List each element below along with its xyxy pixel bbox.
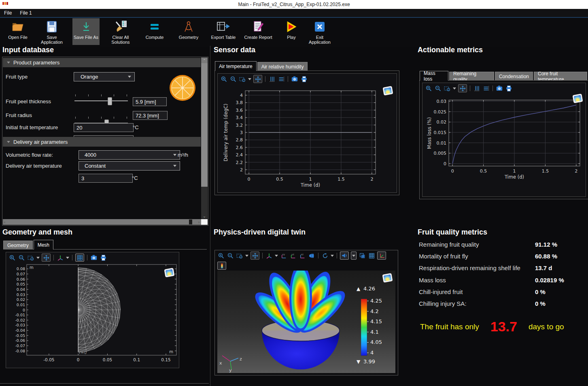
zoom-extents-icon[interactable] (250, 252, 259, 260)
volumetric-flow-rate-select[interactable]: 4000 (79, 150, 180, 160)
tab-air-temperature[interactable]: Air temperature (215, 61, 257, 71)
zoom-extents-icon[interactable] (42, 254, 51, 262)
svg-text:-0.05: -0.05 (43, 357, 54, 362)
x-axis-grid-icon[interactable] (482, 85, 490, 92)
scene-light-icon[interactable] (340, 252, 349, 260)
actionable-metrics-tabs: Mass loss Remaining quality Condensation… (420, 71, 588, 81)
chevron-down-icon[interactable] (66, 257, 69, 259)
tab-core-fruit-temperature[interactable]: Core fruit temperature (534, 72, 587, 81)
tab-mesh[interactable]: Mesh (34, 240, 53, 250)
delivery-air-temperature-input[interactable]: 3 (79, 174, 133, 183)
create-report-button[interactable]: Create Report (244, 18, 273, 45)
chevron-down-icon[interactable] (248, 78, 251, 80)
zoom-in-icon[interactable] (425, 85, 432, 92)
show-mesh-icon[interactable] (75, 254, 84, 262)
geometry-button[interactable]: Geometry (175, 18, 202, 45)
zoom-in-icon[interactable] (217, 252, 225, 259)
horizontal-scrollbar[interactable]: ‹ › (3, 219, 201, 225)
initial-fruit-temperature-input[interactable]: 20 (74, 123, 134, 132)
exit-application-button[interactable]: Exit Application (305, 18, 334, 45)
x-axis-grid-icon[interactable] (278, 76, 285, 82)
tab-remaining-quality[interactable]: Remaining quality (449, 72, 494, 81)
chevron-down-icon[interactable] (36, 257, 40, 259)
zoom-box-icon[interactable] (27, 254, 34, 261)
svg-text:z: z (240, 356, 242, 362)
show-axes-icon[interactable] (377, 252, 386, 260)
play-icon (285, 19, 297, 34)
mass-loss-chart[interactable]: 00.511.5200.0050.010.0150.020.0250.03Tim… (422, 94, 585, 196)
zoom-box-icon[interactable] (239, 76, 246, 82)
tab-air-relative-humidity[interactable]: Air relative humidity (257, 62, 308, 71)
scrollbar-thumb[interactable] (201, 63, 208, 187)
compute-button[interactable]: Compute (141, 18, 168, 45)
tab-geometry[interactable]: Geometry (3, 241, 33, 250)
tab-condensation[interactable]: Condensation (495, 72, 533, 81)
zoom-out-icon[interactable] (434, 85, 442, 92)
scroll-up-icon[interactable]: ⌃ (201, 58, 208, 63)
vertical-scrollbar[interactable]: ⌃ ⌄ (201, 58, 208, 219)
zoom-in-icon[interactable] (8, 254, 16, 261)
slider-thumb[interactable] (108, 97, 112, 105)
rotate-icon[interactable] (321, 252, 329, 259)
scrollbar-thumb[interactable] (189, 220, 192, 224)
scroll-right-icon[interactable]: › (198, 220, 200, 224)
twin-3d-canvas[interactable]: ▲ 4.26 4.254.24.154.14.054 ▼ 3.99 x y z (217, 271, 395, 373)
menu-file[interactable]: File (0, 9, 16, 17)
zoom-box-icon[interactable] (236, 252, 243, 259)
chevron-down-icon[interactable] (453, 87, 456, 90)
chevron-down-icon[interactable] (245, 255, 248, 257)
play-button[interactable]: Play (280, 18, 303, 45)
zoom-box-icon[interactable] (444, 85, 451, 92)
alert-post-text: days to go (529, 322, 564, 331)
zoom-out-icon[interactable] (229, 76, 237, 82)
y-axis-grid-icon[interactable] (268, 76, 276, 82)
delivery-air-temperature-select[interactable]: Constant (79, 161, 180, 171)
transparency-icon[interactable] (359, 252, 366, 259)
svg-text:xz: xz (301, 253, 304, 255)
air-temperature-chart[interactable]: 00.511.5222.22.42.62.833.23.43.63.84Time… (218, 84, 396, 193)
scene-light-menu[interactable] (351, 252, 357, 260)
y-axis-grid-icon[interactable] (473, 85, 480, 92)
snapshot-icon[interactable] (496, 85, 503, 92)
scroll-left-icon[interactable]: ‹ (4, 220, 5, 224)
view-xz-icon[interactable]: xz (299, 252, 306, 259)
fruit-3d-surface[interactable]: ▲ 4.26 4.254.24.154.14.054 ▼ 3.99 x y z (217, 271, 395, 373)
export-table-button[interactable]: Export Table (209, 18, 238, 45)
fruit-peel-thickness-slider[interactable] (74, 97, 128, 105)
clear-all-solutions-button[interactable]: Clear All Solutions (106, 18, 135, 45)
menu-file-1[interactable]: File 1 (16, 9, 36, 17)
save-file-as-button[interactable]: Save File As (72, 18, 100, 45)
zoom-out-icon[interactable] (227, 252, 234, 259)
snapshot-icon[interactable] (90, 254, 98, 261)
zoom-in-icon[interactable] (220, 76, 227, 82)
open-file-button[interactable]: Open File (3, 18, 32, 45)
metrics-plot-toolbar (422, 83, 586, 94)
view-yz-icon[interactable]: yz (289, 252, 297, 259)
axis-orientation-icon[interactable] (265, 252, 273, 259)
chevron-down-icon[interactable] (275, 255, 278, 257)
save-application-button[interactable]: Save Application (37, 18, 66, 45)
scroll-down-icon[interactable]: ⌄ (201, 213, 208, 219)
chevron-down-icon[interactable] (331, 255, 334, 257)
fruit-type-select[interactable]: Orange (74, 72, 135, 81)
product-parameters-header[interactable]: Product parameters (3, 58, 201, 67)
tab-mass-loss[interactable]: Mass loss (420, 71, 448, 81)
print-icon[interactable] (505, 85, 512, 92)
show-grid-icon[interactable] (368, 252, 375, 259)
delivery-air-parameters-header[interactable]: Delivery air parameters (3, 137, 201, 147)
zoom-extents-icon[interactable] (458, 84, 467, 92)
print-icon[interactable] (100, 254, 107, 261)
fruit-radius-value[interactable]: 72.3 [mm] (133, 111, 168, 120)
fruit-peel-thickness-value[interactable]: 5.9 [mm] (133, 97, 167, 106)
color-legend-icon[interactable] (217, 262, 226, 270)
input-database-title: Input database (2, 46, 54, 54)
mesh-plot[interactable]: 0.080.070.060.050.040.030.020.010-0.01-0… (6, 263, 178, 367)
svg-text:Delivery air temp (degC): Delivery air temp (degC) (223, 104, 229, 161)
view-xy-icon[interactable]: xy (280, 252, 287, 259)
zoom-extents-icon[interactable] (253, 75, 262, 83)
axis-orientation-icon[interactable] (57, 254, 64, 261)
zoom-out-icon[interactable] (18, 254, 25, 261)
print-icon[interactable] (300, 76, 308, 82)
snapshot-icon[interactable] (291, 76, 298, 82)
perspective-icon[interactable] (308, 252, 315, 259)
